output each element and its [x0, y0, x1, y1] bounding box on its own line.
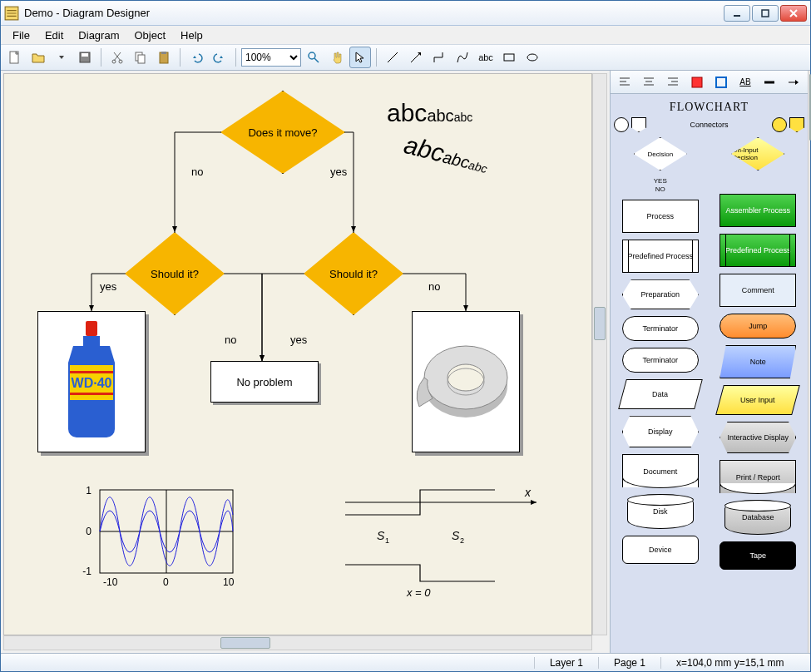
shape-print-report[interactable]: Print / Report: [720, 460, 796, 493]
decision-does-it-move[interactable]: Does it move?: [220, 91, 345, 174]
edge-label-yes: yes: [330, 166, 347, 178]
svg-rect-16: [504, 54, 514, 61]
align-right-icon[interactable]: [662, 72, 684, 93]
shape-tape[interactable]: Tape: [720, 541, 796, 570]
connector-circle[interactable]: [614, 117, 629, 132]
shape-terminator-2[interactable]: Terminator: [622, 348, 699, 373]
menu-file[interactable]: File: [6, 27, 37, 43]
process-label: No problem: [236, 376, 292, 388]
minimize-button[interactable]: [724, 5, 750, 22]
shape-on-input-decision[interactable]: On-Input Decision: [731, 137, 784, 170]
zoom-select[interactable]: 100%: [241, 48, 301, 67]
save-button[interactable]: [74, 47, 96, 68]
shape-note[interactable]: Note: [720, 345, 796, 378]
pan-icon[interactable]: [326, 47, 348, 68]
shape-jump[interactable]: Jump: [720, 314, 796, 338]
shape-display[interactable]: Display: [622, 416, 699, 447]
connector-pentagon-filled[interactable]: [789, 117, 804, 132]
image-wd40[interactable]: WD·40: [37, 311, 146, 452]
copy-button[interactable]: [130, 47, 151, 68]
menu-help[interactable]: Help: [174, 27, 210, 43]
svg-rect-5: [82, 53, 88, 57]
status-coords: x=104,0 mm y=15,1 mm: [660, 657, 810, 669]
separator: [376, 48, 377, 67]
diagram-signal[interactable]: x S1 S2 x = 0: [337, 482, 553, 598]
svg-text:x: x: [524, 486, 532, 499]
open-button[interactable]: [27, 47, 49, 68]
scrollbar-thumb[interactable]: [220, 637, 270, 649]
connector-pentagon[interactable]: [631, 117, 646, 132]
arrow-tool[interactable]: [405, 47, 427, 68]
align-center-icon[interactable]: [638, 72, 660, 93]
shape-process[interactable]: Process: [622, 200, 699, 233]
zoom-icon[interactable]: [303, 47, 324, 68]
menu-edit[interactable]: Edit: [38, 27, 70, 43]
new-button[interactable]: [4, 47, 26, 68]
curve-tool[interactable]: [452, 47, 473, 68]
decision-should-it-right[interactable]: Should it?: [304, 232, 403, 315]
chart-sine[interactable]: 1 0 -1 -10 0 10: [75, 482, 241, 598]
shape-disk[interactable]: Disk: [627, 494, 694, 529]
shape-assembler-process[interactable]: Assembler Process: [720, 194, 796, 227]
open-dropdown[interactable]: [51, 47, 72, 68]
shape-preparation[interactable]: Preparation: [622, 279, 699, 309]
maximize-button[interactable]: [752, 5, 779, 22]
decision-should-it-left[interactable]: Should it?: [125, 232, 225, 315]
svg-text:S: S: [452, 529, 460, 542]
svg-text:WD·40: WD·40: [72, 376, 112, 390]
status-layer[interactable]: Layer 1: [534, 657, 598, 669]
shape-user-input[interactable]: User Input: [715, 385, 800, 415]
ellipse-tool[interactable]: [522, 47, 543, 68]
menu-object[interactable]: Object: [127, 27, 172, 43]
svg-rect-22: [70, 393, 113, 395]
shape-interactive-display[interactable]: Interactive Display: [720, 422, 796, 453]
shape-predefined-process[interactable]: Predefined Process: [622, 240, 699, 273]
align-left-icon[interactable]: [614, 72, 635, 93]
vertical-scrollbar[interactable]: [592, 73, 607, 635]
shape-decision[interactable]: Decision: [634, 137, 687, 170]
horizontal-scrollbar[interactable]: [3, 635, 592, 650]
canvas[interactable]: Does it move? Should it? Should it? no y…: [3, 73, 592, 635]
arrow-style-icon[interactable]: [783, 72, 804, 93]
shape-comment[interactable]: Comment: [720, 274, 796, 307]
rect-tool[interactable]: [498, 47, 520, 68]
scrollbar-thumb[interactable]: [594, 307, 606, 340]
separator: [101, 48, 101, 67]
line-color-icon[interactable]: [710, 72, 732, 93]
line-style-icon[interactable]: [759, 72, 780, 93]
svg-text:0: 0: [163, 576, 169, 588]
separator: [180, 48, 180, 67]
undo-button[interactable]: [185, 47, 207, 68]
status-page[interactable]: Page 1: [598, 657, 660, 669]
menu-diagram[interactable]: Diagram: [72, 27, 126, 43]
text-sample-rotated[interactable]: abcabcabc: [401, 131, 491, 179]
cut-button[interactable]: [106, 47, 128, 68]
fill-color-icon[interactable]: [686, 72, 708, 93]
shape-terminator[interactable]: Terminator: [622, 316, 699, 341]
image-duct-tape[interactable]: [412, 311, 520, 452]
edge-label-no: no: [225, 334, 236, 346]
connector-tool[interactable]: [428, 47, 450, 68]
shape-data[interactable]: Data: [618, 379, 703, 409]
pointer-icon[interactable]: [349, 47, 371, 68]
palette-scrollbar[interactable]: [808, 71, 810, 653]
text-tool[interactable]: abc: [475, 47, 497, 68]
svg-rect-43: [692, 77, 702, 87]
svg-line-14: [388, 52, 398, 62]
svg-rect-11: [161, 52, 166, 54]
process-no-problem[interactable]: No problem: [210, 361, 319, 403]
svg-rect-2: [762, 10, 769, 17]
close-button[interactable]: [780, 5, 807, 22]
paste-button[interactable]: [153, 47, 175, 68]
shape-database[interactable]: Database: [724, 500, 791, 535]
redo-button[interactable]: [209, 47, 230, 68]
shape-device[interactable]: Device: [622, 536, 699, 564]
shape-predefined-process-2[interactable]: Predefined Process: [720, 234, 796, 267]
line-tool[interactable]: [382, 47, 403, 68]
text-format-icon[interactable]: AB: [734, 72, 756, 93]
connector-circle-filled[interactable]: [772, 117, 787, 132]
shape-document[interactable]: Document: [622, 454, 699, 487]
text-sample-straight[interactable]: abcabcabc: [387, 99, 472, 127]
svg-text:-1: -1: [82, 566, 91, 577]
decision-label: Should it?: [151, 268, 199, 280]
